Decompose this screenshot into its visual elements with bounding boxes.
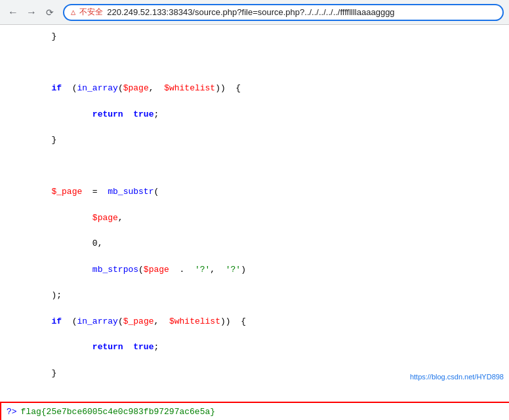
flag-bar: ?> flag{25e7bce6005c4e0c983fb97297ac6e5a…: [0, 402, 509, 420]
code-line: [10, 160, 499, 173]
url-text: 220.249.52.133:38343/source.php?file=sou…: [107, 7, 496, 17]
code-line: if (in_array($page, $whitelist)) {: [10, 82, 499, 95]
reload-button[interactable]: ⟳: [42, 5, 58, 20]
code-line: }: [10, 30, 499, 43]
nav-buttons: ← → ⟳: [5, 5, 58, 20]
flag-value: flag{25e7bce6005c4e0c983fb97297ac6e5a}: [21, 407, 215, 417]
code-line: $_page = mb_substr(: [10, 185, 499, 199]
code-content: } if (in_array($page, $whitelist)) { ret…: [0, 28, 509, 402]
forward-button[interactable]: →: [24, 5, 39, 20]
code-line: mb_strpos($page . '?', '?'): [10, 263, 499, 277]
code-line: [10, 392, 499, 402]
flag-prefix: ?>: [7, 407, 17, 417]
security-warning-icon: △: [71, 7, 75, 17]
code-line: return true;: [10, 108, 499, 121]
address-bar[interactable]: △ 不安全 220.249.52.133:38343/source.php?fi…: [63, 4, 504, 21]
code-line: return true;: [10, 341, 499, 354]
code-area: } if (in_array($page, $whitelist)) { ret…: [0, 25, 509, 402]
code-line: $page,: [10, 212, 499, 225]
code-line: );: [10, 289, 499, 302]
code-line: 0,: [10, 237, 499, 250]
code-line: if (in_array($_page, $whitelist)) {: [10, 315, 499, 328]
back-button[interactable]: ←: [5, 5, 21, 20]
security-label: 不安全: [79, 7, 103, 18]
browser-chrome: ← → ⟳ △ 不安全 220.249.52.133:38343/source.…: [0, 0, 509, 25]
csdn-link: https://blog.csdn.net/HYD898: [410, 373, 504, 381]
code-line: }: [10, 134, 499, 147]
code-line: [10, 56, 499, 69]
